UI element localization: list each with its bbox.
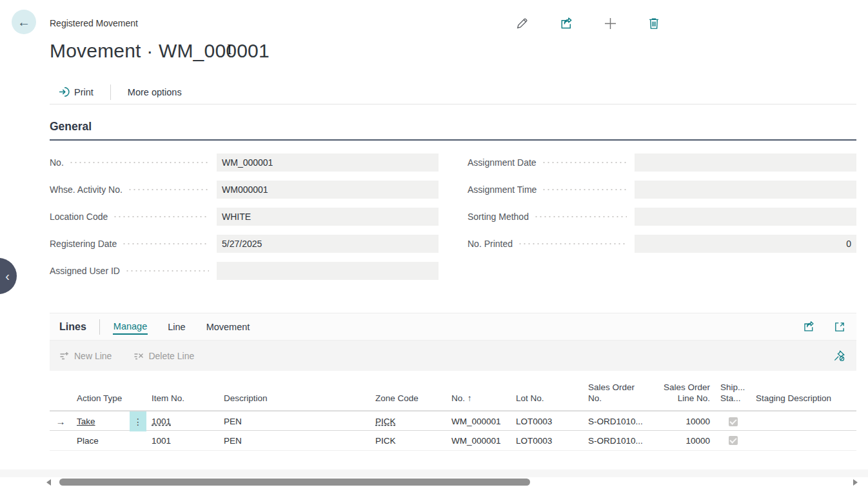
field-assignment-date: Assignment Date (468, 153, 856, 172)
new-line-button[interactable]: New Line (59, 351, 112, 361)
col-no-sorted[interactable]: No. ↑ (446, 393, 511, 410)
row-indicator-icon: → (50, 416, 72, 427)
field-label: Assignment Date (468, 157, 537, 168)
col-zone-code[interactable]: Zone Code (370, 393, 446, 410)
field-label: No. Printed (468, 239, 513, 249)
checked-checkbox (729, 417, 738, 426)
assignment-time-field[interactable] (635, 181, 856, 199)
print-run-icon (59, 86, 70, 97)
dotted-leader (113, 208, 209, 226)
col-staging-description[interactable]: Staging Description (751, 393, 856, 410)
field-label: No. (50, 157, 64, 168)
lines-action-bar: New Line Delete Line (50, 341, 856, 371)
dotted-leader (69, 153, 209, 172)
sales-order-line-no-cell[interactable]: 10000 (654, 417, 715, 426)
sales-order-line-no-cell[interactable]: 10000 (654, 436, 715, 446)
col-shipment-status[interactable]: Ship... Sta... (715, 382, 751, 410)
command-divider (110, 84, 111, 100)
col-description[interactable]: Description (219, 393, 370, 410)
dotted-leader (122, 235, 209, 253)
assignment-date-field[interactable] (635, 153, 856, 172)
description-cell[interactable]: PEN (219, 417, 370, 426)
lines-header-icons (802, 320, 847, 334)
sales-order-no-cell[interactable]: S-ORD1010... (583, 436, 654, 446)
no-field[interactable]: WM_000001 (217, 153, 439, 172)
shipment-status-cell[interactable] (715, 417, 751, 426)
registering-date-field[interactable]: 5/27/2025 (217, 235, 439, 253)
assigned-user-id-field[interactable] (217, 262, 439, 280)
lot-no-cell[interactable]: LOT0003 (511, 417, 583, 426)
description-cell[interactable]: PEN (219, 436, 370, 446)
scroll-right-icon[interactable] (853, 479, 858, 486)
general-right-column: Assignment Date Assignment Time Sorting … (468, 153, 856, 289)
card-bottom-strip (0, 469, 868, 477)
share-icon[interactable] (802, 320, 816, 334)
whse-activity-no-field[interactable]: WM000001 (217, 181, 439, 199)
location-code-field[interactable]: WHITE (217, 208, 439, 226)
field-no-printed: No. Printed 0 (468, 235, 856, 253)
col-sales-order-no[interactable]: Sales Order No. (583, 382, 654, 410)
table-row[interactable]: → Take ⋮ 1001 PEN PICK WM_000001 LOT0003… (50, 411, 856, 431)
sales-order-no-cell[interactable]: S-ORD1010... (583, 417, 654, 426)
general-section-title: General (50, 120, 856, 141)
lines-title: Lines (59, 321, 86, 333)
field-label: Sorting Method (468, 212, 529, 222)
horizontal-scrollbar[interactable] (45, 478, 859, 487)
col-sales-order-line-no[interactable]: Sales Order Line No. (654, 382, 715, 410)
tab-movement[interactable]: Movement (206, 320, 251, 334)
page-actions (512, 13, 664, 34)
edit-pencil-icon[interactable] (512, 13, 533, 34)
sorting-method-field[interactable] (635, 208, 856, 226)
dotted-leader (518, 235, 627, 253)
expand-icon[interactable] (833, 320, 847, 334)
zone-code-cell[interactable]: PICK (370, 436, 446, 446)
dotted-leader (125, 262, 209, 280)
delete-line-button[interactable]: Delete Line (133, 351, 194, 361)
breadcrumb: Registered Movement (50, 18, 138, 28)
general-left-column: No. WM_000001 Whse. Activity No. WM00000… (50, 153, 439, 289)
print-button[interactable]: Print (50, 86, 103, 97)
back-button[interactable]: ← (12, 10, 36, 34)
row-menu-icon[interactable]: ⋮ (130, 411, 146, 431)
col-indicator (50, 404, 72, 410)
field-label: Assigned User ID (50, 266, 120, 276)
table-header-row: Action Type Item No. Description Zone Co… (50, 371, 856, 411)
zone-code-cell[interactable]: PICK (370, 417, 446, 426)
general-form: No. WM_000001 Whse. Activity No. WM00000… (50, 153, 856, 289)
dotted-leader (542, 181, 627, 199)
shipment-status-cell[interactable] (715, 436, 751, 445)
tab-line[interactable]: Line (167, 320, 186, 334)
scrollbar-thumb[interactable] (59, 479, 530, 486)
tab-divider (99, 319, 100, 335)
no-printed-field[interactable]: 0 (635, 235, 856, 253)
field-label: Assignment Time (468, 184, 537, 195)
field-whse-activity-no: Whse. Activity No. WM000001 (50, 181, 439, 199)
action-type-cell[interactable]: Take (72, 417, 130, 426)
item-no-cell[interactable]: 1001 (146, 436, 219, 446)
share-icon[interactable] (556, 13, 577, 34)
dotted-leader (542, 153, 627, 172)
col-item-no[interactable]: Item No. (146, 393, 219, 410)
col-lot-no[interactable]: Lot No. (511, 393, 583, 410)
chevron-left-icon: ‹ (5, 269, 10, 284)
scroll-left-icon[interactable] (46, 479, 51, 486)
trash-icon[interactable] (644, 13, 664, 34)
plus-icon[interactable] (600, 13, 620, 34)
pin-off-icon[interactable] (831, 348, 847, 364)
field-assigned-user-id: Assigned User ID (50, 262, 439, 280)
table-row[interactable]: Place 1001 PEN PICK WM_000001 LOT0003 S-… (50, 431, 856, 451)
more-options-button[interactable]: More options (119, 87, 191, 97)
field-label: Location Code (50, 212, 108, 222)
side-panel-toggle[interactable]: ‹ (0, 258, 17, 294)
no-cell[interactable]: WM_000001 (446, 436, 511, 446)
lot-no-cell[interactable]: LOT0003 (511, 436, 583, 446)
col-action-type[interactable]: Action Type (72, 393, 146, 410)
field-registering-date: Registering Date 5/27/2025 (50, 235, 439, 253)
field-sorting-method: Sorting Method (468, 208, 856, 226)
tab-manage[interactable]: Manage (113, 319, 148, 335)
action-type-cell[interactable]: Place (72, 436, 130, 446)
field-location-code: Location Code WHITE (50, 208, 439, 226)
item-no-cell[interactable]: 1001 (146, 417, 219, 426)
lines-section: Lines Manage Line Movement New Line Dele… (50, 313, 856, 451)
no-cell[interactable]: WM_000001 (446, 417, 511, 426)
